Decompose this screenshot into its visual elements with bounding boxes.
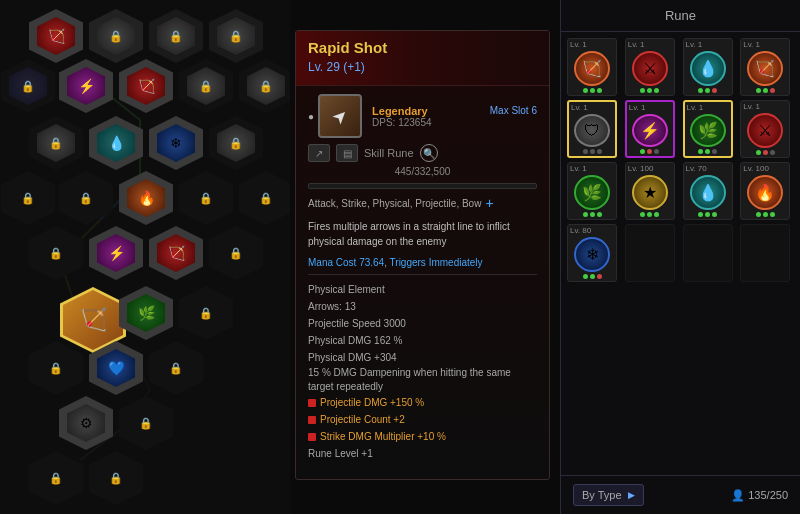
skill-node-16[interactable]: 🔥 [118,170,174,226]
stat-rune-level: Rune Level +1 [308,445,537,462]
rune-icon-orange-3: 🔥 [747,175,783,210]
rune-cell-1-4[interactable]: Lv. 1 🏹 [740,38,790,96]
skill-description: Fires multiple arrows in a straight line… [308,219,537,249]
rune-cell-1-3[interactable]: Lv. 1 💧 [683,38,733,96]
skill-node-9[interactable]: 🔒 [238,58,290,114]
stat-speed: Projectile Speed 3000 [308,315,537,332]
dot-green [597,88,602,93]
skill-node-3[interactable]: 🔒 [148,8,204,64]
stat-bonus-1: Projectile DMG +150 % [308,394,537,411]
rune-footer: By Type 👤 135/250 [561,475,800,514]
skill-node-24[interactable]: 🌿 [118,285,174,341]
rune-cell-4-1[interactable]: Lv. 80 ❄ [567,224,617,282]
skill-node-22[interactable]: 🔒 [208,225,264,281]
rune-icon-blue: ❄ [574,237,610,272]
skill-node-7[interactable]: 🏹 [118,58,174,114]
stat-bonus-3: Strike DMG Multiplier +10 % [308,428,537,445]
skill-node-29[interactable]: ⚙ [58,395,114,451]
red-dot-icon [308,399,316,407]
skill-name: Rapid Shot [308,39,537,56]
magnify-button[interactable]: 🔍 [420,144,438,162]
skill-node-25[interactable]: 🔒 [178,285,234,341]
rune-icon-teal: 💧 [690,51,726,86]
stat-phys-pct: Physical DMG 162 % [308,332,537,349]
rune-cell-3-1[interactable]: Lv. 1 🌿 [567,162,617,220]
skill-rarity-text: Legendary [372,105,432,117]
skill-node-19[interactable]: 🔒 [28,225,84,281]
skill-node-27[interactable]: 💙 [88,340,144,396]
skill-node-30[interactable]: 🔒 [118,395,174,451]
rune-panel-header: Rune [561,0,800,32]
stat-block: Physical Element Arrows: 13 Projectile S… [308,281,537,462]
skill-tree-panel: 🏹 🔒 🔒 🔒 🔒 ⚡ 🏹 🔒 [0,0,290,514]
rune-cell-4-4 [740,224,790,282]
xp-text: 445/332,500 [308,166,537,177]
skill-node-20[interactable]: ⚡ [88,225,144,281]
rune-cell-2-2[interactable]: Lv. 1 ⚡ [625,100,675,158]
export-icon[interactable]: ↗ [308,144,330,162]
rune-cell-3-3[interactable]: Lv. 70 💧 [683,162,733,220]
skill-node-11[interactable]: 💧 [88,115,144,171]
dot-green [583,88,588,93]
skill-node-15[interactable]: 🔒 [58,170,114,226]
skill-type-label: Skill Rune [364,147,414,159]
mana-cost: Mana Cost 73.64, Triggers Immediately [308,257,537,268]
rune-icon-orange-2: 🏹 [747,51,783,86]
skill-node-13[interactable]: 🔒 [208,115,264,171]
red-dot-icon-2 [308,416,316,424]
skill-node-26[interactable]: 🔒 [28,340,84,396]
rune-cell-1-1[interactable]: Lv. 1 🏹 [567,38,617,96]
skill-detail-panel: Rapid Shot Lv. 29 (+1) ●Legendary ➤ Lege… [295,30,550,480]
skill-node-10[interactable]: 🔒 [28,115,84,171]
by-type-button[interactable]: By Type [573,484,644,506]
divider [308,274,537,275]
rune-cell-4-2 [625,224,675,282]
rune-icon-purple: ⚡ [632,114,668,147]
skill-arrow-icon: ➤ [327,103,353,129]
max-slot-text: Max Slot 6 [490,105,537,116]
skill-node-8[interactable]: 🔒 [178,58,234,114]
skill-icon-large: ➤ [318,94,362,138]
stat-element: Physical Element [308,281,537,298]
rune-cell-2-3[interactable]: Lv. 1 🌿 [683,100,733,158]
rune-icon-orange: 🏹 [574,51,610,86]
rune-panel: Rune Lv. 1 🏹 Lv. 1 ⚔ Lv. 1 💧 [560,0,800,514]
skill-panel-body: ●Legendary ➤ Legendary DPS: 123654 Max S… [296,86,549,470]
rune-cell-3-2[interactable]: Lv. 100 ★ [625,162,675,220]
skill-node-6[interactable]: ⚡ [58,58,114,114]
skill-node-14[interactable]: 🔒 [0,170,56,226]
skill-node-21[interactable]: 🏹 [148,225,204,281]
rune-icon-gray: 🛡 [574,114,610,147]
skill-node-18[interactable]: 🔒 [238,170,290,226]
skill-node-32[interactable]: 🔒 [88,450,144,506]
skill-node-2[interactable]: 🔒 [88,8,144,64]
skill-node-28[interactable]: 🔒 [148,340,204,396]
stat-phys-flat: Physical DMG +304 [308,349,537,366]
stat-bonus-2: Projectile Count +2 [308,411,537,428]
skill-node-1[interactable]: 🏹 [28,8,84,64]
red-dot-icon-3 [308,433,316,441]
rune-cell-4-3 [683,224,733,282]
skill-dps: DPS: 123654 [372,117,432,128]
rune-cell-3-4[interactable]: Lv. 100 🔥 [740,162,790,220]
rune-icon-green-2: 🌿 [574,175,610,210]
dot-green [590,88,595,93]
rune-icon-red-2: ⚔ [747,113,783,148]
rune-count: 👤 135/250 [731,489,788,502]
skill-node-17[interactable]: 🔒 [178,170,234,226]
skill-node-12[interactable]: ❄ [148,115,204,171]
rune-icon-gold: ★ [632,175,668,210]
skill-panel-header: Rapid Shot Lv. 29 (+1) [296,31,549,86]
skill-node-31[interactable]: 🔒 [28,450,84,506]
rune-icon-teal-2: 💧 [690,175,726,210]
rune-cell-2-1[interactable]: Lv. 1 🛡 [567,100,617,158]
compare-icon[interactable]: ▤ [336,144,358,162]
xp-bar [308,183,537,189]
stat-arrows: Arrows: 13 [308,298,537,315]
add-tag-button[interactable]: + [485,195,493,211]
skill-node-5[interactable]: 🔒 [0,58,56,114]
rune-cell-2-4[interactable]: Lv. 1 ⚔ [740,100,790,158]
rune-cell-1-2[interactable]: Lv. 1 ⚔ [625,38,675,96]
skill-node-4[interactable]: 🔒 [208,8,264,64]
skill-icon-row: ●Legendary ➤ Legendary DPS: 123654 Max S… [308,94,537,138]
